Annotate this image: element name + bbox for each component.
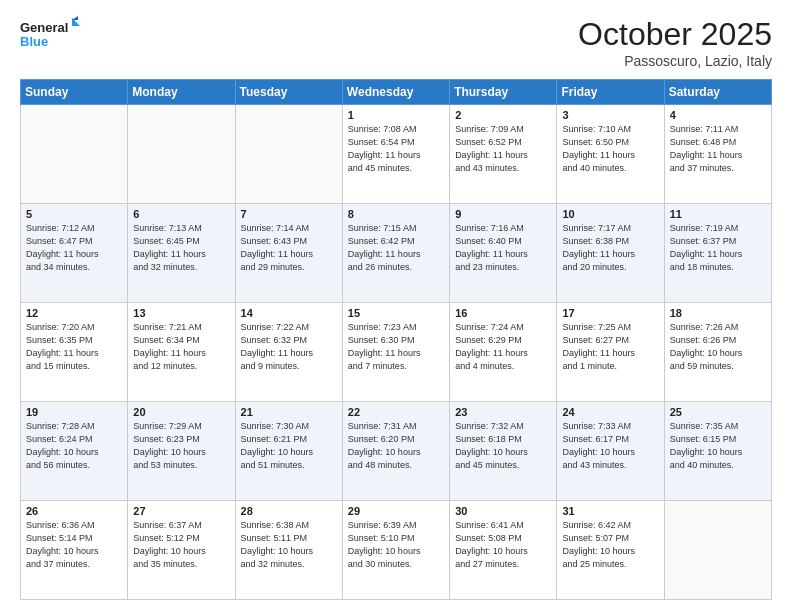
calendar-row: 1Sunrise: 7:08 AM Sunset: 6:54 PM Daylig…: [21, 105, 772, 204]
day-number: 20: [133, 406, 229, 418]
table-row: 20Sunrise: 7:29 AM Sunset: 6:23 PM Dayli…: [128, 402, 235, 501]
day-number: 18: [670, 307, 766, 319]
col-thursday: Thursday: [450, 80, 557, 105]
day-number: 11: [670, 208, 766, 220]
day-number: 17: [562, 307, 658, 319]
table-row: 6Sunrise: 7:13 AM Sunset: 6:45 PM Daylig…: [128, 204, 235, 303]
calendar-row: 5Sunrise: 7:12 AM Sunset: 6:47 PM Daylig…: [21, 204, 772, 303]
day-number: 16: [455, 307, 551, 319]
table-row: [21, 105, 128, 204]
cell-info: Sunrise: 6:36 AM Sunset: 5:14 PM Dayligh…: [26, 519, 122, 571]
day-number: 7: [241, 208, 337, 220]
page: General Blue October 2025 Passoscuro, La…: [0, 0, 792, 612]
table-row: 14Sunrise: 7:22 AM Sunset: 6:32 PM Dayli…: [235, 303, 342, 402]
table-row: 13Sunrise: 7:21 AM Sunset: 6:34 PM Dayli…: [128, 303, 235, 402]
table-row: 2Sunrise: 7:09 AM Sunset: 6:52 PM Daylig…: [450, 105, 557, 204]
title-block: October 2025 Passoscuro, Lazio, Italy: [578, 16, 772, 69]
cell-info: Sunrise: 7:22 AM Sunset: 6:32 PM Dayligh…: [241, 321, 337, 373]
table-row: 19Sunrise: 7:28 AM Sunset: 6:24 PM Dayli…: [21, 402, 128, 501]
day-number: 3: [562, 109, 658, 121]
table-row: 3Sunrise: 7:10 AM Sunset: 6:50 PM Daylig…: [557, 105, 664, 204]
table-row: 30Sunrise: 6:41 AM Sunset: 5:08 PM Dayli…: [450, 501, 557, 600]
calendar-row: 19Sunrise: 7:28 AM Sunset: 6:24 PM Dayli…: [21, 402, 772, 501]
table-row: 25Sunrise: 7:35 AM Sunset: 6:15 PM Dayli…: [664, 402, 771, 501]
header: General Blue October 2025 Passoscuro, La…: [20, 16, 772, 69]
table-row: 10Sunrise: 7:17 AM Sunset: 6:38 PM Dayli…: [557, 204, 664, 303]
cell-info: Sunrise: 6:41 AM Sunset: 5:08 PM Dayligh…: [455, 519, 551, 571]
cell-info: Sunrise: 7:09 AM Sunset: 6:52 PM Dayligh…: [455, 123, 551, 175]
table-row: 7Sunrise: 7:14 AM Sunset: 6:43 PM Daylig…: [235, 204, 342, 303]
table-row: 31Sunrise: 6:42 AM Sunset: 5:07 PM Dayli…: [557, 501, 664, 600]
cell-info: Sunrise: 7:24 AM Sunset: 6:29 PM Dayligh…: [455, 321, 551, 373]
table-row: 26Sunrise: 6:36 AM Sunset: 5:14 PM Dayli…: [21, 501, 128, 600]
svg-text:Blue: Blue: [20, 34, 48, 49]
day-number: 24: [562, 406, 658, 418]
day-number: 9: [455, 208, 551, 220]
table-row: 4Sunrise: 7:11 AM Sunset: 6:48 PM Daylig…: [664, 105, 771, 204]
table-row: 15Sunrise: 7:23 AM Sunset: 6:30 PM Dayli…: [342, 303, 449, 402]
table-row: [664, 501, 771, 600]
day-number: 21: [241, 406, 337, 418]
table-row: [128, 105, 235, 204]
logo: General Blue: [20, 16, 80, 52]
logo-icon: General Blue: [20, 16, 80, 52]
table-row: 1Sunrise: 7:08 AM Sunset: 6:54 PM Daylig…: [342, 105, 449, 204]
day-number: 1: [348, 109, 444, 121]
table-row: 18Sunrise: 7:26 AM Sunset: 6:26 PM Dayli…: [664, 303, 771, 402]
cell-info: Sunrise: 6:42 AM Sunset: 5:07 PM Dayligh…: [562, 519, 658, 571]
table-row: 16Sunrise: 7:24 AM Sunset: 6:29 PM Dayli…: [450, 303, 557, 402]
day-number: 13: [133, 307, 229, 319]
cell-info: Sunrise: 7:32 AM Sunset: 6:18 PM Dayligh…: [455, 420, 551, 472]
day-number: 5: [26, 208, 122, 220]
cell-info: Sunrise: 7:14 AM Sunset: 6:43 PM Dayligh…: [241, 222, 337, 274]
day-number: 31: [562, 505, 658, 517]
cell-info: Sunrise: 7:17 AM Sunset: 6:38 PM Dayligh…: [562, 222, 658, 274]
day-number: 10: [562, 208, 658, 220]
cell-info: Sunrise: 6:37 AM Sunset: 5:12 PM Dayligh…: [133, 519, 229, 571]
svg-text:General: General: [20, 20, 68, 35]
table-row: 28Sunrise: 6:38 AM Sunset: 5:11 PM Dayli…: [235, 501, 342, 600]
month-title: October 2025: [578, 16, 772, 53]
cell-info: Sunrise: 7:16 AM Sunset: 6:40 PM Dayligh…: [455, 222, 551, 274]
cell-info: Sunrise: 7:35 AM Sunset: 6:15 PM Dayligh…: [670, 420, 766, 472]
cell-info: Sunrise: 7:08 AM Sunset: 6:54 PM Dayligh…: [348, 123, 444, 175]
day-number: 25: [670, 406, 766, 418]
table-row: 12Sunrise: 7:20 AM Sunset: 6:35 PM Dayli…: [21, 303, 128, 402]
cell-info: Sunrise: 7:20 AM Sunset: 6:35 PM Dayligh…: [26, 321, 122, 373]
day-number: 29: [348, 505, 444, 517]
cell-info: Sunrise: 7:10 AM Sunset: 6:50 PM Dayligh…: [562, 123, 658, 175]
cell-info: Sunrise: 7:25 AM Sunset: 6:27 PM Dayligh…: [562, 321, 658, 373]
day-number: 19: [26, 406, 122, 418]
svg-marker-3: [72, 16, 78, 20]
location: Passoscuro, Lazio, Italy: [578, 53, 772, 69]
table-row: 9Sunrise: 7:16 AM Sunset: 6:40 PM Daylig…: [450, 204, 557, 303]
table-row: 29Sunrise: 6:39 AM Sunset: 5:10 PM Dayli…: [342, 501, 449, 600]
table-row: 21Sunrise: 7:30 AM Sunset: 6:21 PM Dayli…: [235, 402, 342, 501]
cell-info: Sunrise: 7:13 AM Sunset: 6:45 PM Dayligh…: [133, 222, 229, 274]
calendar-table: Sunday Monday Tuesday Wednesday Thursday…: [20, 79, 772, 600]
day-number: 2: [455, 109, 551, 121]
table-row: [235, 105, 342, 204]
cell-info: Sunrise: 7:29 AM Sunset: 6:23 PM Dayligh…: [133, 420, 229, 472]
day-number: 14: [241, 307, 337, 319]
cell-info: Sunrise: 7:28 AM Sunset: 6:24 PM Dayligh…: [26, 420, 122, 472]
table-row: 17Sunrise: 7:25 AM Sunset: 6:27 PM Dayli…: [557, 303, 664, 402]
cell-info: Sunrise: 7:12 AM Sunset: 6:47 PM Dayligh…: [26, 222, 122, 274]
day-number: 26: [26, 505, 122, 517]
col-saturday: Saturday: [664, 80, 771, 105]
cell-info: Sunrise: 6:39 AM Sunset: 5:10 PM Dayligh…: [348, 519, 444, 571]
col-friday: Friday: [557, 80, 664, 105]
table-row: 5Sunrise: 7:12 AM Sunset: 6:47 PM Daylig…: [21, 204, 128, 303]
table-row: 23Sunrise: 7:32 AM Sunset: 6:18 PM Dayli…: [450, 402, 557, 501]
cell-info: Sunrise: 7:11 AM Sunset: 6:48 PM Dayligh…: [670, 123, 766, 175]
day-number: 27: [133, 505, 229, 517]
cell-info: Sunrise: 7:23 AM Sunset: 6:30 PM Dayligh…: [348, 321, 444, 373]
day-number: 22: [348, 406, 444, 418]
col-wednesday: Wednesday: [342, 80, 449, 105]
table-row: 22Sunrise: 7:31 AM Sunset: 6:20 PM Dayli…: [342, 402, 449, 501]
col-monday: Monday: [128, 80, 235, 105]
col-tuesday: Tuesday: [235, 80, 342, 105]
day-number: 15: [348, 307, 444, 319]
day-number: 30: [455, 505, 551, 517]
day-number: 6: [133, 208, 229, 220]
